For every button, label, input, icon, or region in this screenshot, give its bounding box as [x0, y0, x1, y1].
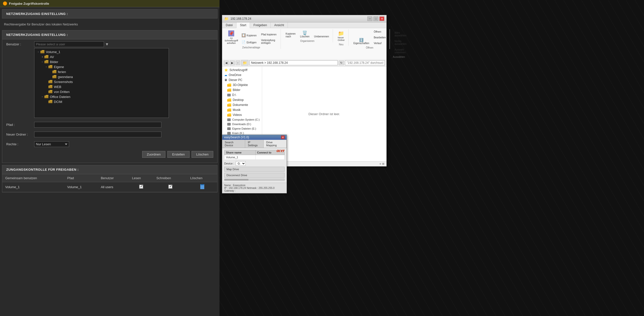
tree-item-screemshots[interactable]: Screemshots	[34, 79, 168, 84]
btn-anheften[interactable]: 📌 An Schnellzugriffanheften	[224, 29, 239, 46]
cell-share: Volume_1	[2, 182, 64, 192]
action-buttons: Zuordnen Erstellen Löschen	[2, 149, 217, 160]
tab-ansicht[interactable]: Ansicht	[270, 22, 288, 28]
tree-toggle-office[interactable]: −	[40, 95, 44, 99]
tree-item-web[interactable]: WEB	[34, 84, 168, 89]
tree-item-bilder[interactable]: − Bilder	[34, 59, 168, 64]
easysearch-popup: easySearch (V1.0) ✕ Search Device IP Set…	[222, 135, 287, 193]
neuer-ordner-input[interactable]	[34, 132, 161, 137]
folder-icon-office	[44, 95, 49, 98]
tree-item-eigene[interactable]: − Eigene	[34, 64, 168, 69]
zuordnen-button[interactable]: Zuordnen	[142, 151, 166, 158]
rechte-label: Rechte :	[6, 141, 31, 146]
sidebar-item-downloads-d[interactable]: Downloads (D:)	[222, 122, 262, 126]
btn-alles-auswaehlen[interactable]: Alles auswählen	[393, 30, 408, 38]
view-list-icon[interactable]: ≡	[380, 162, 381, 165]
col-pfad: Pfad	[64, 174, 98, 182]
neuer-ordner-icon: 📁	[338, 30, 344, 36]
btn-bearbeiten[interactable]: Bearbeiten	[372, 35, 387, 40]
device-select[interactable]: G:	[236, 161, 246, 166]
map-drive-button[interactable]: Map Drive	[224, 167, 284, 172]
folder-videos-icon	[227, 113, 231, 117]
close-button[interactable]: ✕	[379, 16, 384, 21]
view-grid-icon[interactable]: ⊞	[382, 162, 384, 165]
main-panel: Freigabe Zugriffskontrolle NETZWERKZUGAN…	[0, 0, 220, 316]
btn-umbenennen[interactable]: Umbenennen	[312, 34, 331, 39]
sidebar-item-musik[interactable]: Musik	[222, 107, 262, 112]
sidebar-item-bilder[interactable]: Bilder	[222, 87, 262, 92]
btn-pfad-kopieren[interactable]: Pfad kopieren	[260, 32, 278, 37]
sidebar-item-eigene-e[interactable]: Eigene Dateien (E:)	[222, 126, 262, 131]
btn-einfuegen[interactable]: 📄 Einfügen	[240, 39, 258, 46]
sidebar-item-d[interactable]: D:\	[222, 92, 262, 97]
tab-start[interactable]: Start	[236, 22, 250, 28]
sidebar-item-schnellzugriff[interactable]: ⭐ Schnellzugriff	[222, 67, 262, 72]
tree-item-ferien[interactable]: ferien	[34, 69, 168, 74]
lesen-checkbox[interactable]	[139, 185, 143, 189]
tab-datei[interactable]: Datei	[222, 22, 236, 28]
user-dropdown-arrow[interactable]: ▼	[105, 42, 109, 47]
folder-tree[interactable]: − Volume_1 + AV − Bilder	[34, 48, 169, 118]
sidebar-item-desktop[interactable]: Desktop	[222, 97, 262, 102]
sidebar-item-3dobjects[interactable]: 3D-Objekte	[222, 82, 262, 87]
btn-auswahl-umkehren[interactable]: Auswahl umkehren	[393, 47, 408, 55]
tree-toggle-volume1[interactable]: −	[36, 50, 40, 54]
tab-freigeben[interactable]: Freigeben	[250, 22, 270, 28]
loeschen-button[interactable]: Löschen	[192, 151, 213, 158]
refresh-button[interactable]: ↻	[339, 60, 344, 65]
ribbon-btns-neu: 📁 NeuerOrdner	[336, 29, 346, 43]
btn-loeschen-org[interactable]: 🗑️ Löschen	[298, 29, 311, 39]
btn-eigenschaften[interactable]: ℹ️ Eigenschaften	[352, 37, 371, 46]
popup-scrollbar[interactable]	[224, 179, 284, 181]
btn-neuer-ordner[interactable]: 📁 NeuerOrdner	[336, 29, 346, 43]
erstellen-button[interactable]: Erstellen	[167, 151, 190, 158]
tab-drive-mapping[interactable]: Drive Mapping	[264, 140, 286, 148]
tree-toggle-bilder[interactable]: −	[40, 60, 44, 64]
folder-icon-gwondana	[52, 75, 57, 78]
btn-kopieren[interactable]: 📋 Kopieren	[240, 32, 258, 39]
folder-3d-icon	[227, 83, 231, 87]
tree-label-gwondana: gwondana	[58, 75, 73, 79]
back-button[interactable]: ◀	[224, 60, 229, 65]
sidebar-item-onedrive[interactable]: ☁ OneDrive	[222, 72, 262, 77]
share-table-row[interactable]: Volume_1	[224, 155, 284, 160]
tree-item-office[interactable]: − Office Dateien	[34, 94, 168, 99]
rechte-select[interactable]: Nur Lesen	[34, 141, 69, 147]
explorer-icon-btn[interactable]: 📁	[241, 60, 248, 65]
tree-item-av[interactable]: + AV	[34, 54, 168, 59]
maximize-button[interactable]: □	[374, 16, 378, 21]
btn-kopieren-nach[interactable]: Kopierennach	[284, 31, 297, 39]
tree-item-dcim[interactable]: DCIM	[34, 99, 168, 104]
sidebar-item-computer-c[interactable]: Computer-System (C:)	[222, 117, 262, 122]
sidebar-item-videos[interactable]: Videos	[222, 112, 262, 117]
device-label: Device :	[224, 162, 234, 165]
tree-toggle-av[interactable]: +	[40, 55, 44, 59]
btn-nichts-auswaehlen[interactable]: Nichts auswählen	[393, 39, 408, 47]
up-button[interactable]: ↑	[236, 60, 240, 65]
popup-close-button[interactable]: ✕	[281, 136, 284, 139]
tree-item-volume1[interactable]: − Volume_1	[34, 49, 168, 54]
btn-verknuepfung[interactable]: Verknüpfung einfügen	[260, 38, 278, 46]
empty-folder-text: Dieser Ordner ist leer.	[308, 112, 340, 116]
minimize-button[interactable]: ─	[368, 16, 372, 21]
search-input[interactable]	[345, 60, 385, 65]
btn-verlauf[interactable]: Verlauf	[372, 41, 387, 46]
pfad-input[interactable]	[34, 122, 161, 128]
network-section-header: NETZWERKZUGANG EINSTELLUNG :	[2, 30, 217, 39]
tree-item-gwondana[interactable]: gwondana	[34, 74, 168, 79]
tree-label-dcim: DCIM	[54, 100, 62, 104]
disconnect-drive-button[interactable]: Disconnect Drive	[224, 173, 284, 178]
user-select-input[interactable]	[34, 41, 104, 47]
tab-search-device[interactable]: Search Device	[222, 140, 245, 148]
acer-logo: acer	[276, 148, 284, 153]
tree-item-vondritten[interactable]: von Dritten	[34, 89, 168, 94]
sidebar-item-dokumente[interactable]: Dokumente	[222, 102, 262, 107]
btn-oeffnen[interactable]: Öffnen	[372, 29, 387, 34]
delete-button[interactable]	[200, 184, 204, 189]
tab-ip-settings[interactable]: IP Settings	[245, 140, 264, 148]
forward-button[interactable]: ▶	[230, 60, 235, 65]
tree-toggle-eigene[interactable]: −	[44, 65, 48, 69]
sidebar-item-dieserpc[interactable]: 🖥 Dieser PC	[222, 77, 262, 82]
schreiben-checkbox[interactable]	[168, 185, 172, 189]
address-path[interactable]: Netzwerk > 192.168.178.24	[250, 60, 338, 65]
